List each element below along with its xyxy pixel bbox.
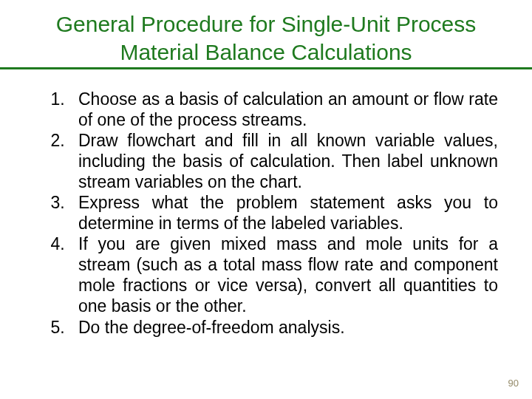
list-item: Express what the problem statement asks …	[69, 192, 498, 233]
list-item: If you are given mixed mass and mole uni…	[69, 233, 498, 316]
slide-title: General Procedure for Single-Unit Proces…	[0, 0, 532, 69]
title-line-2: Material Balance Calculations	[120, 38, 412, 70]
content-area: Choose as a basis of calculation an amou…	[0, 69, 532, 338]
page-number: 90	[508, 378, 519, 389]
list-item: Draw flowchart and fill in all known var…	[69, 130, 498, 192]
title-line-1: General Procedure for Single-Unit Proces…	[56, 12, 477, 36]
list-item: Choose as a basis of calculation an amou…	[69, 89, 498, 130]
slide: General Procedure for Single-Unit Proces…	[0, 0, 532, 399]
list-item: Do the degree-of-freedom analysis.	[69, 317, 498, 338]
steps-list: Choose as a basis of calculation an amou…	[34, 89, 498, 338]
